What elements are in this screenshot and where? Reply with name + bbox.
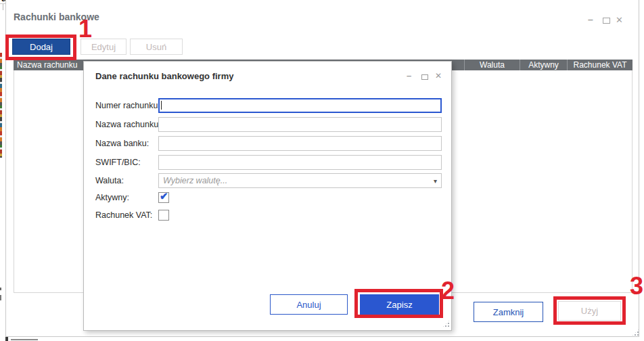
dialog-resize-grip[interactable] xyxy=(442,320,450,327)
close-window-button[interactable]: Zamknij xyxy=(474,302,543,322)
label-swift-bic: SWIFT/BIC: xyxy=(95,155,158,170)
bank-name-input[interactable] xyxy=(158,136,442,151)
maximize-icon[interactable] xyxy=(603,18,610,24)
column-header-nazwa-rachunku[interactable]: Nazwa rachunku xyxy=(17,60,77,70)
background-mark xyxy=(0,295,1,300)
background-window-sliver xyxy=(0,53,2,158)
vat-account-checkbox[interactable] xyxy=(158,210,169,221)
label-rachunek-vat: Rachunek VAT: xyxy=(95,208,158,223)
column-header-rachunek-vat[interactable]: Rachunek VAT xyxy=(567,60,632,70)
active-checkbox[interactable]: ✔ xyxy=(158,192,169,203)
dialog-close-icon[interactable]: ✕ xyxy=(435,71,442,81)
edit-button[interactable]: Edytuj xyxy=(80,39,127,55)
account-number-input[interactable] xyxy=(158,98,442,113)
use-button[interactable]: Użyj xyxy=(558,301,621,321)
column-header-waluta[interactable]: Waluta xyxy=(464,60,520,70)
label-waluta: Waluta: xyxy=(95,173,158,188)
background-hairline xyxy=(3,4,3,10)
dialog-minimize-icon[interactable]: – xyxy=(407,70,411,81)
chevron-down-icon: ▾ xyxy=(434,177,437,185)
close-icon[interactable]: ✕ xyxy=(616,15,623,25)
text-caret xyxy=(161,101,162,110)
save-button[interactable]: Zapisz xyxy=(360,294,439,315)
label-numer-rachunku: Numer rachunku: xyxy=(95,98,158,113)
checkmark-icon: ✔ xyxy=(160,190,168,202)
column-header-aktywny[interactable]: Aktywny xyxy=(520,60,567,70)
minimize-icon[interactable]: – xyxy=(588,14,597,25)
background-mark xyxy=(0,288,1,290)
label-nazwa-rachunku: Nazwa rachunku: xyxy=(95,117,158,132)
add-button[interactable]: Dodaj xyxy=(12,39,70,55)
account-name-input[interactable] xyxy=(158,117,442,132)
label-nazwa-banku: Nazwa banku: xyxy=(95,136,158,151)
dialog-maximize-icon[interactable] xyxy=(421,74,428,80)
swift-bic-input[interactable] xyxy=(158,155,442,170)
dialog-title: Dane rachunku bankowego firmy xyxy=(95,71,233,81)
currency-dropdown[interactable]: Wybierz walutę... ▾ xyxy=(158,173,442,188)
dropdown-placeholder: Wybierz walutę... xyxy=(163,176,434,185)
cancel-button[interactable]: Anuluj xyxy=(270,294,348,315)
window-title: Rachunki bankowe xyxy=(14,12,99,22)
delete-button[interactable]: Usuń xyxy=(130,39,183,55)
bank-account-dialog: Dane rachunku bankowego firmy – ✕ Numer … xyxy=(83,61,452,331)
background-window-fragment-bottom xyxy=(5,337,53,341)
label-aktywny: Aktywny: xyxy=(95,190,158,205)
